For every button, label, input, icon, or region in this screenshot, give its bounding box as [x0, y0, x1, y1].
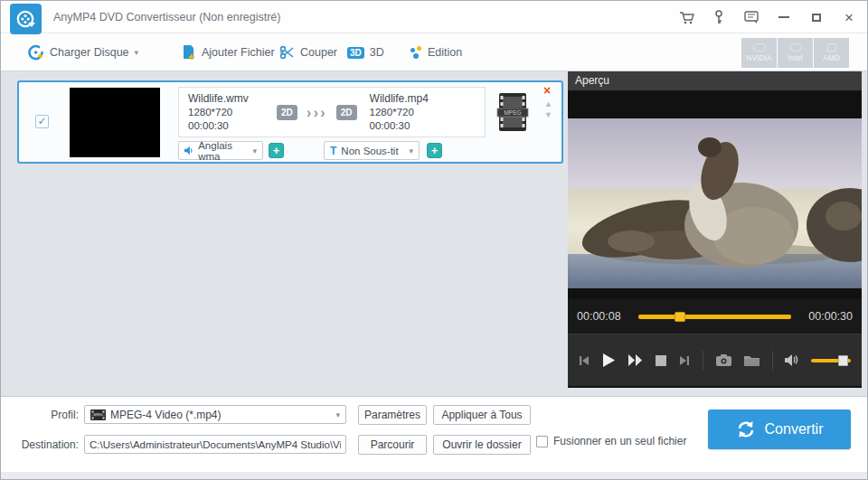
next-frame-button[interactable]	[679, 355, 690, 366]
target-info: Wildlife.mp4 1280*720 00:00:30	[357, 92, 455, 133]
move-down-button[interactable]: ▼	[544, 111, 552, 119]
3d-badge-icon: 3D	[347, 47, 364, 59]
play-button[interactable]	[602, 353, 615, 367]
volume-handle[interactable]	[838, 355, 848, 366]
delete-item-button[interactable]: ×	[543, 84, 551, 97]
gpu-acceleration-group: NVIDIA Intel AMD	[741, 38, 849, 68]
key-icon[interactable]	[710, 8, 728, 26]
file-list-item[interactable]: ✓ Wildlife.wmv 1280*720 00:00:30 2D ››› …	[17, 80, 563, 164]
app-logo-icon	[10, 4, 42, 34]
add-file-button[interactable]: Ajouter Fichier ▾	[182, 34, 284, 71]
controls-divider	[772, 351, 773, 371]
source-2d-badge[interactable]: 2D	[277, 105, 297, 120]
target-2d-badge[interactable]: 2D	[336, 105, 357, 120]
edit-button[interactable]: Edition	[410, 34, 462, 71]
intel-button[interactable]: Intel	[778, 38, 813, 68]
open-folder-button[interactable]: Ouvrir le dossier	[433, 435, 531, 455]
previous-frame-button[interactable]	[579, 355, 590, 366]
profile-format-icon: MPEG	[90, 409, 106, 420]
current-time: 00:00:08	[577, 310, 629, 323]
stop-button[interactable]	[656, 355, 666, 366]
video-thumbnail	[70, 88, 160, 157]
add-subtitle-button[interactable]: +	[427, 143, 442, 158]
nvidia-button[interactable]: NVIDIA	[741, 38, 777, 68]
seek-bar[interactable]	[638, 310, 791, 323]
progress-handle[interactable]	[675, 312, 685, 322]
preview-video-frame[interactable]	[568, 118, 862, 288]
fast-forward-button[interactable]	[627, 354, 643, 366]
subtitle-dropdown[interactable]: T Non Sous-tit ▾	[324, 141, 420, 160]
destination-label: Destination:	[5, 438, 79, 451]
playback-timebar: 00:00:08 00:00:30	[568, 299, 862, 334]
audio-track-dropdown[interactable]: Anglais wma ▾	[178, 141, 263, 160]
amd-button[interactable]: AMD	[814, 38, 849, 68]
toolbar: Charger Disque ▾ Ajouter Fichier ▾ Coupe…	[1, 34, 867, 71]
total-time: 00:00:30	[800, 310, 853, 323]
cart-icon[interactable]	[677, 8, 695, 26]
titlebar: AnyMP4 DVD Convertisseur (Non enregistré…	[1, 1, 867, 33]
preview-panel: Aperçu	[568, 71, 862, 388]
output-format-icon: MPEG	[495, 91, 530, 136]
merge-checkbox-box[interactable]	[536, 436, 548, 447]
file-plus-icon	[182, 44, 196, 61]
bottom-panel: Profil: MPEG MPEG-4 Video (*.mp4) ▾ Para…	[1, 396, 867, 472]
svg-text:MPEG: MPEG	[94, 413, 103, 417]
close-button[interactable]: ×	[840, 8, 858, 26]
minimize-button[interactable]	[775, 8, 793, 26]
controls-divider	[703, 351, 703, 371]
app-window: AnyMP4 DVD Convertisseur (Non enregistré…	[0, 0, 868, 480]
source-info: Wildlife.wmv 1280*720 00:00:30	[179, 92, 277, 133]
profile-label: Profil:	[5, 409, 79, 421]
edition-sparkle-icon	[410, 46, 422, 59]
volume-icon[interactable]	[785, 354, 798, 366]
load-disc-button[interactable]: Charger Disque ▾	[28, 34, 138, 71]
preview-title: Aperçu	[568, 71, 862, 90]
3d-button[interactable]: 3D 3D	[347, 34, 384, 71]
speaker-icon	[184, 146, 193, 155]
window-footer-strip	[1, 472, 867, 480]
convert-sync-icon	[736, 420, 756, 438]
playback-controls	[568, 334, 862, 386]
feedback-icon[interactable]	[742, 8, 760, 26]
volume-slider[interactable]	[811, 354, 851, 367]
item-checkbox[interactable]: ✓	[35, 115, 49, 128]
move-up-button[interactable]: ▲	[544, 100, 552, 108]
cut-button[interactable]: Couper	[279, 34, 337, 71]
profile-dropdown[interactable]: MPEG MPEG-4 Video (*.mp4) ▾	[84, 405, 346, 424]
svg-text:MPEG: MPEG	[504, 109, 521, 116]
disc-plus-icon	[28, 44, 44, 61]
snapshot-button[interactable]	[716, 354, 731, 366]
maximize-button[interactable]	[807, 8, 826, 26]
main-area: ✓ Wildlife.wmv 1280*720 00:00:30 2D ››› …	[1, 71, 867, 396]
amd-logo-icon	[827, 43, 836, 52]
convert-button[interactable]: Convertir	[708, 409, 851, 449]
nvidia-logo-icon	[753, 43, 766, 52]
scissors-icon	[279, 45, 295, 60]
settings-button[interactable]: Paramètres	[358, 405, 427, 425]
intel-logo-icon	[789, 43, 802, 52]
browse-button[interactable]: Parcourir	[358, 435, 427, 455]
conversion-info-card: Wildlife.wmv 1280*720 00:00:30 2D ››› 2D…	[178, 87, 486, 137]
open-snapshot-folder-button[interactable]	[744, 354, 760, 366]
window-title: AnyMP4 DVD Convertisseur (Non enregistré…	[53, 11, 280, 24]
destination-input[interactable]	[84, 435, 346, 454]
add-audio-button[interactable]: +	[269, 143, 284, 158]
subtitle-t-icon: T	[330, 145, 336, 157]
merge-checkbox[interactable]: Fusionner en un seul fichier	[536, 435, 686, 447]
apply-to-all-button[interactable]: Appliquer à Tous	[433, 405, 531, 425]
convert-direction-arrows: ›››	[307, 105, 327, 120]
